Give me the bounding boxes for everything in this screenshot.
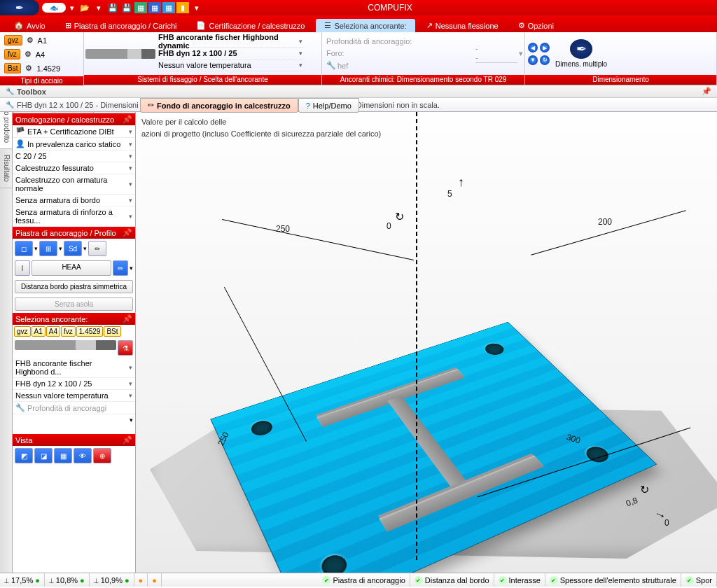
list-item[interactable]: Calcestruzzo fessurato▾ [13,162,135,174]
list-item[interactable]: Senza armatura di bordo▾ [13,195,135,206]
view-btn-4[interactable]: 👁 [74,448,92,463]
status-pct-1: ⟂17,5%● [0,573,45,587]
status-pct-3: ⟂10,9%● [90,573,134,587]
tab-piastra[interactable]: ⊞Piastra di ancoraggio / Carichi [57,19,186,32]
anchor-hole [318,552,350,573]
qat-print-icon[interactable]: ▦ [148,2,161,13]
nav-down-icon[interactable]: ▼ [528,55,538,65]
section-piastra[interactable]: Piastra di ancoraggio / Profilo📌 [13,227,135,239]
rotation-icon: ↻ [640,483,649,496]
section-omologazione[interactable]: Omologazione / calcestruzzo📌 [13,113,135,125]
list-item[interactable]: C 20 / 25▾ [13,150,135,162]
qat-doc-icon[interactable]: ▦ [134,2,147,13]
tab-nessuna-flessione[interactable]: ↗Nessuna flessione [418,19,507,32]
steel-bst[interactable]: Bst⚙1.4529 [1,62,63,75]
status-bar: ⟂17,5%● ⟂10,8%● ⟂10,9%● Piastra di ancor… [0,573,717,587]
list-item[interactable]: Senza armatura di rinforzo a fessu...▾ [13,206,135,227]
mat-gvz[interactable]: gvz [14,326,31,337]
profile-shape-icon[interactable]: I [15,260,30,276]
view-tab-help[interactable]: ?Help/Demo [298,98,359,113]
steel-gvz[interactable]: gvz⚙A1 [1,34,63,47]
view-caption: Valore per il calcolo delle [141,116,381,128]
dim-label: 0 [387,221,391,231]
qat-help-icon[interactable]: ▮ [176,2,189,13]
section-vista[interactable]: Vista📌 [13,434,135,446]
steel-fvz[interactable]: fvz⚙A4 [1,48,63,61]
axis-dash [416,112,417,560]
profile-btn-3[interactable]: Sd [64,241,82,256]
qat-save-icon[interactable]: 💾 [106,2,119,13]
list-item[interactable]: Nessun valore temperatura▾ [13,390,135,402]
dimens-multiplo-button[interactable]: ✒ Dimens. multiplo [552,38,610,69]
app-title: COMPUFIX [203,3,577,13]
group-steel-label: Tipi di acciaio [0,76,83,85]
list-item[interactable]: FHB dyn 12 x 100 / 25▾ [13,378,135,390]
tab-avvio[interactable]: 🏠Avvio [6,19,54,32]
profile-btn-2[interactable]: ⊞ [39,241,57,256]
arrow-up-icon: ↑ [458,175,464,190]
anchor-image [85,49,155,59]
ribbon-tabs: 🏠Avvio ⊞Piastra di ancoraggio / Carichi … [0,15,717,32]
mat-bst[interactable]: BSt [104,326,120,337]
group-chem-label: Ancoranti chimici: Dimensionamento secon… [322,75,524,85]
nav-left-icon[interactable]: ◀ [528,43,538,52]
list-item[interactable]: FHB ancorante fischer Highbond d...▾ [13,358,135,378]
status-check: Spessore dell'elemento strutturale [545,573,681,587]
btn-distanza-bordo[interactable]: Distanza bordo piastra simmetrica [15,280,133,293]
list-item[interactable]: 🔧Profondità di ancoraggi [13,402,135,414]
view-btn-2[interactable]: ◪ [34,448,53,463]
view-caption: azioni di progetto (incluso Coefficiente… [141,128,381,140]
list-item[interactable]: Calcestruzzo con armatura normale▾ [13,174,135,195]
status-warn-2 [148,573,162,587]
anchor-size-dropdown[interactable]: FHB dyn 12 x 100 / 25▾ [157,48,304,59]
anchor-hole [249,419,275,438]
status-check: Distanza dal bordo [410,573,494,587]
list-item[interactable]: 🏴ETA + Certificazione DIBt▾ [13,125,135,138]
group-anchor-label: Sistemi di fissaggio / Scelta dell'ancor… [84,75,321,85]
anchor-hole [482,342,507,357]
qat-lang-icon[interactable]: ▦ [162,2,175,13]
pin-icon[interactable]: 📌 [702,87,711,96]
profile-select[interactable]: HEAA [32,260,111,276]
anchor-temp-dropdown[interactable]: Nessun valore temperatura▾ [157,60,304,71]
tab-opzioni[interactable]: ⚙Opzioni [510,19,562,32]
nav-right-icon[interactable]: ▶ [540,43,550,52]
dim-label: 5 [447,189,452,199]
anchor-type-dropdown[interactable]: FHB ancorante fischer Highbond dynamic▾ [157,36,304,48]
view-tab-fondo[interactable]: ✏Fondo di ancoraggio in calcestruzzo [140,98,298,113]
mat-14529[interactable]: 1.4529 [76,326,104,337]
status-check: Piastra di ancoraggio [318,573,410,587]
mat-fvz[interactable]: fvz [61,326,76,337]
brand-logo [42,3,66,13]
view-btn-1[interactable]: ◩ [15,448,33,463]
anchor-thumb [15,340,116,350]
app-logo[interactable] [0,0,39,15]
tab-seleziona-ancorante[interactable]: ☰Seleziona ancorante: [316,19,415,32]
tab-certificazione[interactable]: 📄Certificazione / calcestruzzo [188,19,313,32]
profile-btn-4[interactable]: ✏ [88,241,106,256]
status-pct-2: ⟂10,8%● [45,573,90,587]
view-btn-5[interactable]: ⊕ [93,448,111,463]
nav-refresh-icon[interactable]: ↻ [540,55,550,65]
toolbox-title: Toolbox [17,88,46,96]
mat-a4[interactable]: A4 [46,326,60,337]
section-seleziona-ancorante[interactable]: Seleziona ancorante:📌 [13,313,135,325]
btn-senza-asola[interactable]: Senza asola [15,298,133,311]
foro-field: Foro: [323,48,415,59]
rotation-icon: ↻ [395,210,404,223]
view-btn-3[interactable]: ▦ [54,448,72,463]
qat-saveall-icon[interactable]: 💾 [120,2,133,13]
dim-label: 200 [598,217,612,227]
depth-field: Profondità di ancoraggio: [323,36,415,47]
list-item[interactable]: 👤In prevalenza carico statico▾ [13,138,135,150]
anchor-filter-icon[interactable]: ⚗ [118,340,133,356]
hef-field: 🔧hef [323,59,415,71]
qat-open-icon[interactable]: 📂 [78,2,91,13]
profile-btn-1[interactable]: ◻ [15,241,33,256]
status-check: Spor [681,573,717,587]
status-check: Interasse [494,573,545,587]
mat-a1[interactable]: A1 [32,326,46,337]
sidetab-risultato[interactable]: Risultato [0,149,12,188]
viewport-3d[interactable]: ✏Fondo di ancoraggio in calcestruzzo ?He… [136,98,717,573]
profile-edit-icon[interactable]: ✏ [113,260,128,276]
